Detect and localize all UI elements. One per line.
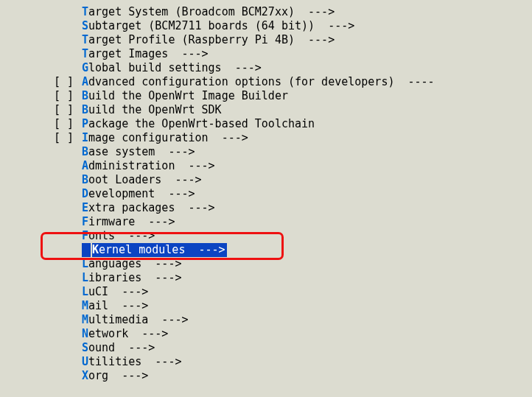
menu-item-label: uild the OpenWrt Image Builder: [88, 89, 288, 102]
menu-item-hotkey: E: [82, 201, 88, 214]
menu-item-prefix: [54, 47, 82, 61]
menu-item-prefix: [54, 355, 82, 369]
menu-item-prefix: [54, 257, 82, 271]
menu-item-prefix: [54, 33, 82, 47]
menu-item[interactable]: [ ] Advanced configuration options (for …: [54, 75, 435, 89]
menu-item-prefix: [54, 271, 82, 285]
menu-item-label: ail --->: [88, 299, 148, 312]
menu-item-label: arget Images --->: [88, 47, 209, 60]
menu-item-prefix: [54, 285, 82, 299]
menu-item-hotkey: T: [82, 33, 88, 46]
menu-item-prefix: [54, 341, 82, 355]
menu-item[interactable]: Mail --->: [54, 299, 435, 313]
menu-item-label: mage configuration --->: [88, 131, 248, 144]
menu-item-hotkey: B: [82, 103, 88, 116]
menu-item[interactable]: Subtarget (BCM2711 boards (64 bit)) --->: [54, 19, 435, 33]
menu-item-prefix: [54, 187, 82, 201]
menu-item[interactable]: Development --->: [54, 187, 435, 201]
menu-item-hotkey: F: [82, 229, 88, 242]
menu-item-hotkey: N: [82, 327, 88, 340]
menu-item-label: anguages --->: [88, 257, 181, 270]
menu-item[interactable]: Utilities --->: [54, 355, 435, 369]
menu-item-hotkey: G: [82, 61, 88, 74]
menu-item-label: uCI --->: [88, 285, 148, 298]
menu-item-prefix: [54, 215, 82, 229]
menu-item[interactable]: [ ] Image configuration --->: [54, 131, 435, 145]
menu-item[interactable]: Global build settings --->: [54, 61, 435, 75]
menu-item-hotkey: M: [82, 313, 88, 326]
menu-item-hotkey: T: [82, 5, 88, 18]
menu-item-hotkey: I: [82, 131, 88, 144]
menu-item-label: dministration --->: [88, 159, 215, 172]
menu-item-prefix: [54, 243, 82, 257]
menu-item-label: ackage the OpenWrt-based Toolchain: [88, 117, 315, 130]
menu-item-prefix: [54, 369, 82, 383]
menu-item[interactable]: Administration --->: [54, 159, 435, 173]
menu-item-hotkey: F: [82, 215, 88, 228]
menu-item-hotkey: X: [82, 369, 88, 382]
menu-item-label: irmware --->: [88, 215, 175, 228]
menu-item[interactable]: Libraries --->: [54, 271, 435, 285]
menu-item[interactable]: Kernel modules --->: [54, 243, 435, 257]
menu-item-hotkey: D: [82, 187, 88, 200]
menu-item-label: onts --->: [88, 229, 155, 242]
menu-item-prefix: [54, 61, 82, 75]
menu-item[interactable]: [ ] Build the OpenWrt Image Builder: [54, 89, 435, 103]
menu-item[interactable]: Network --->: [54, 327, 435, 341]
menu-item-prefix: [54, 145, 82, 159]
menu-item-prefix: [54, 5, 82, 19]
menu-item-prefix: [54, 159, 82, 173]
menu-item-label: uild the OpenWrt SDK: [88, 103, 222, 116]
menu-item-hotkey: P: [82, 117, 88, 130]
menu-item-prefix: [54, 229, 82, 243]
menu-item[interactable]: Extra packages --->: [54, 201, 435, 215]
menu-item-label: oot Loaders --->: [88, 173, 202, 186]
menu-item[interactable]: Base system --->: [54, 145, 435, 159]
menu-item[interactable]: Xorg --->: [54, 369, 435, 383]
menu-item[interactable]: [ ] Build the OpenWrt SDK: [54, 103, 435, 117]
menu-item[interactable]: Target Images --->: [54, 47, 435, 61]
menu-item-hotkey: L: [82, 285, 88, 298]
menu-item-prefix: [ ]: [54, 117, 82, 131]
menu-item-prefix: [54, 19, 82, 33]
menu-item-label: ase system --->: [88, 145, 195, 158]
menu-item-prefix: [54, 201, 82, 215]
menu-item[interactable]: Firmware --->: [54, 215, 435, 229]
menu-item-hotkey: S: [82, 341, 88, 354]
menu-item-label: evelopment --->: [88, 187, 195, 200]
selection-marker: [82, 243, 91, 257]
menu-item[interactable]: [ ] Package the OpenWrt-based Toolchain: [54, 117, 435, 131]
menu-item[interactable]: Multimedia --->: [54, 313, 435, 327]
menu-item-label: ound --->: [88, 341, 155, 354]
menu-item-hotkey: B: [82, 145, 88, 158]
menu-item[interactable]: Boot Loaders --->: [54, 173, 435, 187]
menu-item-prefix: [ ]: [54, 103, 82, 117]
menu-item-hotkey: L: [82, 257, 88, 270]
menu-item-hotkey: A: [82, 75, 88, 88]
menu-item[interactable]: Languages --->: [54, 257, 435, 271]
menu-item-label: tilities --->: [88, 355, 181, 368]
menu-item-prefix: [ ]: [54, 89, 82, 103]
menu-item-label: dvanced configuration options (for devel…: [88, 75, 435, 88]
menu-item-label: ubtarget (BCM2711 boards (64 bit)) --->: [88, 19, 354, 32]
menuconfig-list: Target System (Broadcom BCM27xx) ---> Su…: [54, 5, 435, 383]
menu-item-hotkey: A: [82, 159, 88, 172]
menu-item[interactable]: Fonts --->: [54, 229, 435, 243]
menu-item[interactable]: Target Profile (Raspberry Pi 4B) --->: [54, 33, 435, 47]
menu-item[interactable]: LuCI --->: [54, 285, 435, 299]
menu-item-hotkey: K: [92, 243, 99, 256]
menu-item-label: ibraries --->: [88, 271, 181, 284]
menu-item-prefix: [54, 299, 82, 313]
menu-item-hotkey: B: [82, 173, 88, 186]
menu-item-hotkey: L: [82, 271, 88, 284]
menu-item[interactable]: Sound --->: [54, 341, 435, 355]
menu-item-hotkey: M: [82, 299, 88, 312]
menu-item-label: xtra packages --->: [88, 201, 215, 214]
menu-item-label: arget System (Broadcom BCM27xx) --->: [88, 5, 335, 18]
menu-item-hotkey: U: [82, 355, 88, 368]
menu-item-label: ultimedia --->: [88, 313, 188, 326]
menu-item-hotkey: S: [82, 19, 88, 32]
menu-item-label: org --->: [88, 369, 148, 382]
menu-item[interactable]: Target System (Broadcom BCM27xx) --->: [54, 5, 435, 19]
menu-item-selected[interactable]: Kernel modules --->: [92, 243, 227, 257]
